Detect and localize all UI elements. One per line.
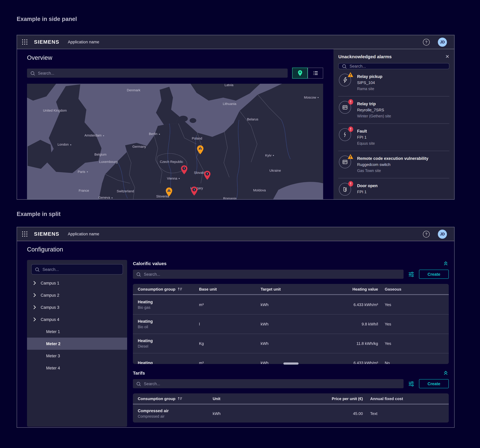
map-marker-critical[interactable] bbox=[204, 171, 211, 180]
column-header[interactable]: Price per unit (€) bbox=[332, 396, 363, 401]
cell-group: Heating bbox=[138, 360, 199, 364]
alarm-site: Gas Town site bbox=[357, 168, 428, 174]
help-icon[interactable]: ? bbox=[423, 39, 430, 45]
column-header[interactable]: Heating value bbox=[353, 287, 378, 291]
map-marker-critical[interactable] bbox=[191, 186, 198, 196]
tree-item-meter-1[interactable]: Meter 1 bbox=[31, 325, 123, 338]
column-header[interactable]: Consumption group bbox=[138, 396, 175, 401]
calorific-search-input[interactable] bbox=[144, 272, 401, 276]
cell-subgroup: Bio gas bbox=[138, 305, 199, 310]
table-row[interactable]: Compressed airCompressed air kWh 45.00 T… bbox=[133, 404, 449, 422]
filter-icon[interactable] bbox=[408, 271, 415, 277]
search-icon bbox=[136, 272, 141, 277]
column-header[interactable]: Unit bbox=[213, 396, 303, 401]
table-row[interactable]: HeatingBio gas m³ kWh 6.433 kWh/m³ Yes bbox=[133, 295, 449, 314]
tarifs-search-input[interactable] bbox=[144, 381, 401, 386]
asset-tree: Campus 1 Campus 2 Campus 3 Campus 4 bbox=[31, 277, 123, 374]
alarm-list-item[interactable]: Relay trip Reyrolle_7SRS Winter (Gethen)… bbox=[338, 97, 449, 124]
app-switcher-icon[interactable] bbox=[22, 231, 27, 237]
list-view-button[interactable] bbox=[308, 68, 323, 78]
map-marker-critical[interactable] bbox=[180, 165, 188, 175]
map-marker-warning[interactable] bbox=[165, 187, 173, 197]
cell-group: Compressed air bbox=[138, 408, 213, 413]
tree-item-campus-3[interactable]: Campus 3 bbox=[31, 301, 123, 313]
example-2-label: Example in split bbox=[17, 211, 61, 217]
tree-item-campus-2[interactable]: Campus 2 bbox=[31, 289, 123, 301]
column-header[interactable]: Base unit bbox=[199, 287, 261, 291]
tree-item-campus-4[interactable]: Campus 4 bbox=[31, 313, 123, 325]
navigation-sidebar: Campus 1 Campus 2 Campus 3 Campus 4 bbox=[27, 260, 127, 427]
tree-item-label: Campus 3 bbox=[41, 305, 59, 309]
tree-item-meter-3[interactable]: Meter 3 bbox=[31, 350, 123, 362]
cell-subgroup: Bio oil bbox=[138, 324, 199, 330]
alarms-search-input[interactable] bbox=[350, 64, 446, 68]
alarm-device: FPI 1 bbox=[357, 189, 378, 195]
create-button[interactable]: Create bbox=[419, 270, 449, 279]
column-header[interactable]: Consumption group bbox=[138, 287, 175, 291]
cell-price: 45.00 bbox=[353, 411, 363, 416]
collapse-section-icon[interactable] bbox=[443, 260, 449, 266]
tree-item-label: Meter 2 bbox=[46, 341, 61, 346]
configuration-main: Calorific values Create bbox=[133, 260, 449, 427]
map-label: Latvia bbox=[225, 84, 233, 87]
overview-window: SIEMENS Application name ? JD Overview bbox=[17, 35, 454, 200]
alarm-list-item[interactable]: Remote code execution vulnerability Rugg… bbox=[338, 151, 449, 178]
map-label: Ukraine bbox=[269, 169, 281, 172]
europe-map[interactable]: Latvia Denmark Moscow Lithuania United K… bbox=[27, 84, 323, 200]
map-view-button[interactable] bbox=[292, 68, 308, 78]
avatar[interactable]: JD bbox=[438, 37, 447, 47]
tree-item-campus-1[interactable]: Campus 1 bbox=[31, 277, 123, 289]
horizontal-scrollbar[interactable] bbox=[283, 363, 298, 364]
create-button[interactable]: Create bbox=[419, 379, 449, 388]
help-icon[interactable]: ? bbox=[423, 231, 430, 237]
collapse-section-icon[interactable] bbox=[443, 370, 449, 376]
calorific-search bbox=[133, 270, 403, 279]
map-label: Belgium bbox=[94, 153, 106, 156]
tree-item-meter-4[interactable]: Meter 4 bbox=[31, 362, 123, 374]
sort-ascending-icon[interactable] bbox=[178, 397, 182, 400]
warning-badge-icon bbox=[347, 72, 353, 77]
cell-gaseous: Yes bbox=[378, 341, 449, 346]
column-header[interactable]: Gaseous bbox=[378, 287, 449, 291]
calorific-table: Consumption group Base unit Target unit … bbox=[133, 284, 449, 364]
alarm-list-item[interactable]: Fault FPI 1 Equus site bbox=[338, 124, 449, 151]
alarm-title: Relay pickup bbox=[357, 74, 382, 80]
column-header[interactable]: Target unit bbox=[261, 287, 321, 291]
sidebar-search-input[interactable] bbox=[42, 267, 120, 272]
map-label: Kyiv bbox=[265, 154, 274, 157]
cell-subgroup: Diesel bbox=[138, 343, 199, 349]
column-header[interactable]: Annual fixed cost bbox=[363, 396, 449, 401]
cell-heating-value: 6.433 kWh/m³ bbox=[353, 302, 378, 307]
map-label: Paris bbox=[78, 170, 88, 173]
sort-ascending-icon[interactable] bbox=[178, 287, 182, 291]
cell-target-unit: kWh bbox=[261, 341, 321, 346]
map-label: United Kingdom bbox=[43, 109, 67, 112]
map-label: Luxembourg bbox=[99, 160, 118, 163]
avatar[interactable]: JD bbox=[438, 230, 447, 238]
map-marker-warning[interactable] bbox=[196, 145, 204, 155]
tree-item-meter-2[interactable]: Meter 2 bbox=[27, 338, 127, 350]
search-input[interactable] bbox=[38, 71, 285, 75]
close-icon[interactable]: ✕ bbox=[445, 54, 449, 59]
cell-group: Heating bbox=[138, 318, 199, 324]
alarm-title: Door open bbox=[357, 183, 378, 189]
alarm-list-item[interactable]: Door open FPI 1 bbox=[338, 178, 449, 200]
cell-heating-value: 9.8 kWh/l bbox=[362, 322, 378, 326]
table-row[interactable]: HeatingDiesel Kg kWh 11.8 kWh/kg Yes bbox=[133, 334, 449, 353]
cell-gaseous: Yes bbox=[378, 322, 449, 326]
alarm-device: SIPS_104 bbox=[357, 80, 382, 86]
alarms-panel: Unacknowledged alarms ✕ Relay pi bbox=[333, 49, 454, 200]
example-1-label: Example in side panel bbox=[17, 16, 77, 22]
search-icon bbox=[342, 63, 347, 69]
map-label: Geneva bbox=[99, 196, 113, 199]
cell-heating-value: 11.8 kWh/kg bbox=[356, 341, 378, 346]
map-label: Berlin bbox=[149, 132, 160, 136]
filter-icon[interactable] bbox=[408, 380, 415, 387]
cell-heating-value: 6.433 kWh/m³ bbox=[353, 361, 378, 364]
app-switcher-icon[interactable] bbox=[22, 39, 27, 45]
alarm-list-item[interactable]: Relay pickup SIPS_104 Rama site bbox=[338, 69, 449, 97]
map-label: Moscow bbox=[304, 96, 319, 99]
table-row[interactable]: HeatingBio oil l kWh 9.8 kWh/l Yes bbox=[133, 314, 449, 334]
list-icon bbox=[312, 70, 318, 76]
sidebar-search bbox=[31, 264, 123, 274]
